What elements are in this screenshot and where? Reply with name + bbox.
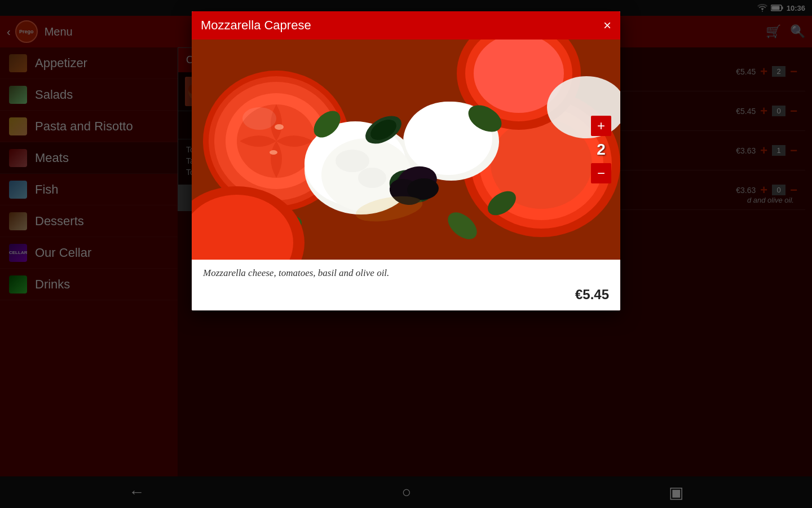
modal-close-button[interactable]: ×	[603, 19, 611, 32]
modal-title: Mozzarella Caprese	[201, 18, 311, 33]
svg-point-45	[242, 107, 276, 130]
modal-desc-text: Mozzarella cheese, tomatoes, basil and o…	[203, 268, 389, 278]
product-modal: Mozzarella Caprese ×	[192, 11, 620, 310]
modal-price: €5.45	[575, 287, 609, 303]
modal-plus-button[interactable]: +	[591, 116, 611, 136]
modal-description: Mozzarella cheese, tomatoes, basil and o…	[192, 260, 620, 287]
svg-point-25	[336, 150, 369, 172]
modal-qty-control: + 2 −	[591, 116, 611, 183]
food-image	[192, 40, 620, 260]
modal-price-row: €5.45	[192, 287, 620, 310]
svg-point-46	[275, 124, 284, 130]
product-modal-overlay: Mozzarella Caprese ×	[0, 0, 812, 508]
svg-point-26	[358, 168, 386, 188]
modal-qty-value: 2	[597, 141, 606, 159]
svg-point-47	[270, 150, 277, 155]
modal-image-container: + 2 −	[192, 40, 620, 260]
modal-header: Mozzarella Caprese ×	[192, 11, 620, 40]
modal-minus-button[interactable]: −	[591, 163, 611, 183]
